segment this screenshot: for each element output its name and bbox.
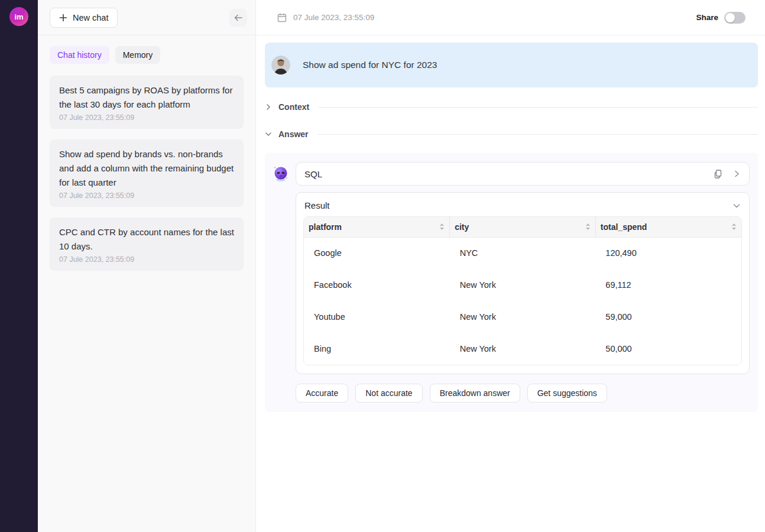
sort-icon xyxy=(439,223,445,231)
chevron-right-icon xyxy=(265,103,272,111)
cell-total-spend: 69,112 xyxy=(595,269,741,301)
assistant-avatar xyxy=(273,166,289,182)
sql-panel-header[interactable]: SQL xyxy=(296,162,750,186)
conversation-header: 07 Jule 2023, 23:55:09 Share xyxy=(256,0,765,35)
result-panel-header[interactable]: Result xyxy=(296,193,749,216)
new-chat-button[interactable]: New chat xyxy=(50,8,118,28)
accurate-button[interactable]: Accurate xyxy=(296,384,348,403)
cell-city: New York xyxy=(450,301,596,333)
cell-total-spend: 120,490 xyxy=(595,237,741,269)
chevron-down-icon xyxy=(732,202,741,210)
cell-city: New York xyxy=(450,333,596,365)
section-rule xyxy=(318,107,758,108)
copy-icon[interactable] xyxy=(713,169,723,179)
conversation-content: Show ad spend for NYC for 2023 Context A… xyxy=(256,35,765,412)
result-table: platform xyxy=(303,216,742,365)
table-row: Facebook New York 69,112 xyxy=(304,269,741,301)
result-panel: Result xyxy=(296,192,750,374)
app-root: im New chat Chat history Memory Best xyxy=(0,0,765,532)
conversation-main: 07 Jule 2023, 23:55:09 Share xyxy=(256,0,765,532)
chat-history-title: CPC and CTR by account names for the las… xyxy=(59,225,234,254)
cell-city: New York xyxy=(450,269,596,301)
chat-history-timestamp: 07 Jule 2023, 23:55:09 xyxy=(59,255,234,264)
result-panel-title: Result xyxy=(304,200,330,210)
collapse-sidebar-button[interactable] xyxy=(229,9,247,27)
not-accurate-button[interactable]: Not accurate xyxy=(355,384,422,403)
table-row: Youtube New York 59,000 xyxy=(304,301,741,333)
sidebar-tabs: Chat history Memory xyxy=(38,35,255,64)
conversation-date: 07 Jule 2023, 23:55:09 xyxy=(293,13,374,22)
cell-platform: Bing xyxy=(304,333,450,365)
cell-total-spend: 59,000 xyxy=(595,301,741,333)
column-label: platform xyxy=(309,222,342,232)
new-chat-label: New chat xyxy=(73,13,108,22)
app-logo[interactable]: im xyxy=(9,7,28,26)
context-section-toggle[interactable]: Context xyxy=(265,102,758,112)
calendar-icon xyxy=(277,12,287,23)
sort-icon xyxy=(731,223,737,231)
sort-icon xyxy=(585,223,591,231)
column-header-city[interactable]: city xyxy=(450,217,596,237)
chat-history-list: Best 5 campaigns by ROAS by platforms fo… xyxy=(38,64,255,271)
chat-history-item[interactable]: Best 5 campaigns by ROAS by platforms fo… xyxy=(50,76,244,129)
tab-memory[interactable]: Memory xyxy=(115,46,161,64)
chevron-down-icon xyxy=(265,131,272,138)
chat-history-title: Best 5 campaigns by ROAS by platforms fo… xyxy=(59,83,234,112)
user-message: Show ad spend for NYC for 2023 xyxy=(265,43,758,87)
sidebar-header: New chat xyxy=(38,0,255,35)
column-label: city xyxy=(455,222,469,232)
column-label: total_spend xyxy=(601,222,647,232)
chat-history-timestamp: 07 Jule 2023, 23:55:09 xyxy=(59,113,234,122)
get-suggestions-button[interactable]: Get suggestions xyxy=(527,384,607,403)
share-toggle-knob xyxy=(725,13,735,22)
cell-city: NYC xyxy=(450,237,596,269)
answer-section-toggle[interactable]: Answer xyxy=(265,129,758,139)
table-row: Bing New York 50,000 xyxy=(304,333,741,365)
user-avatar xyxy=(271,56,290,74)
share-toggle[interactable] xyxy=(724,12,745,24)
app-logo-text: im xyxy=(14,12,23,21)
share-label: Share xyxy=(696,13,718,22)
chat-sidebar: New chat Chat history Memory Best 5 camp… xyxy=(38,0,256,532)
cell-platform: Youtube xyxy=(304,301,450,333)
chat-history-timestamp: 07 Jule 2023, 23:55:09 xyxy=(59,192,234,200)
answer-section-label: Answer xyxy=(278,129,309,139)
table-row: Google NYC 120,490 xyxy=(304,237,741,269)
chevron-right-icon[interactable] xyxy=(732,170,741,178)
chat-history-item[interactable]: Show ad spend by brands vs. non-brands a… xyxy=(50,140,244,207)
context-section-label: Context xyxy=(278,102,309,112)
user-message-text: Show ad spend for NYC for 2023 xyxy=(303,60,437,70)
column-header-total-spend[interactable]: total_spend xyxy=(595,217,741,237)
brand-rail: im xyxy=(0,0,38,532)
cell-platform: Google xyxy=(304,237,450,269)
answer-card: SQL xyxy=(265,153,758,412)
tab-chat-history[interactable]: Chat history xyxy=(50,46,109,64)
feedback-actions: Accurate Not accurate Breakdown answer G… xyxy=(296,384,750,403)
chat-history-item[interactable]: CPC and CTR by account names for the las… xyxy=(50,218,244,271)
cell-platform: Facebook xyxy=(304,269,450,301)
breakdown-answer-button[interactable]: Breakdown answer xyxy=(430,384,520,403)
section-rule xyxy=(317,134,758,135)
cell-total-spend: 50,000 xyxy=(595,333,741,365)
conversation-date-wrap: 07 Jule 2023, 23:55:09 xyxy=(277,12,374,23)
arrow-left-icon xyxy=(233,12,244,23)
sql-panel-label: SQL xyxy=(304,169,322,179)
column-header-platform[interactable]: platform xyxy=(304,217,450,237)
table-header-row: platform xyxy=(304,217,741,237)
chat-history-title: Show ad spend by brands vs. non-brands a… xyxy=(59,147,234,190)
share-control: Share xyxy=(696,12,745,24)
plus-icon xyxy=(59,14,67,22)
